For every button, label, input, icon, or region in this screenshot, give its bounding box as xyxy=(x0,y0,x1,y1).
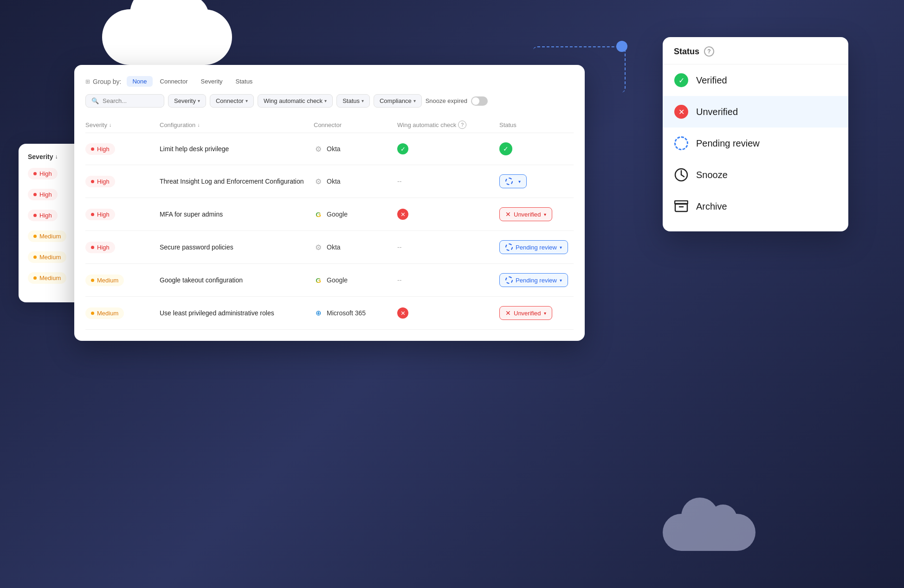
help-icon[interactable]: ? xyxy=(704,46,714,57)
wing-check-filter-button[interactable]: Wing automatic check ▾ xyxy=(258,94,333,108)
status-unverified-pill[interactable]: ✕ Unverified ▾ xyxy=(499,207,552,221)
group-by-label: ⊞ Group by: xyxy=(85,78,121,85)
group-option-connector[interactable]: Connector xyxy=(155,76,194,87)
severity-label: High xyxy=(97,211,110,218)
configuration-cell: Google takeout configuration xyxy=(160,276,314,284)
severity-label: Medium xyxy=(97,310,118,317)
group-by-text: Group by: xyxy=(93,78,121,85)
connector-name: Microsoft 365 xyxy=(327,309,366,317)
severity-badge-high-1: High xyxy=(28,168,58,179)
severity-cell: High xyxy=(85,209,160,220)
severity-label: Medium xyxy=(39,233,61,240)
severity-dot xyxy=(91,312,94,315)
group-by-bar: ⊞ Group by: None Connector Severity Stat… xyxy=(85,76,574,87)
configuration-cell: Secure password policies xyxy=(160,243,314,251)
severity-badge-medium-1: Medium xyxy=(28,230,66,242)
filter-bar: 🔍 Severity ▾ Connector ▾ Wing automatic … xyxy=(85,94,574,108)
table-body: High Limit help desk privilege ⚙ Okta ✓✓… xyxy=(85,133,574,330)
connector-name: Okta xyxy=(327,178,341,185)
connector-name: Google xyxy=(327,276,348,284)
severity-badge: Medium xyxy=(85,307,124,319)
sort-icon: ↓ xyxy=(109,122,112,128)
search-icon: 🔍 xyxy=(91,97,99,104)
snooze-expired-label: Snooze expired xyxy=(426,97,467,104)
configuration-cell: MFA for super admins xyxy=(160,210,314,218)
group-option-severity[interactable]: Severity xyxy=(195,76,228,87)
chevron-down-icon: ▾ xyxy=(560,278,562,283)
severity-cell: Medium xyxy=(85,275,160,286)
severity-dot xyxy=(33,214,37,217)
compliance-filter-label: Compliance xyxy=(380,97,412,104)
wing-check-cell: ✕ xyxy=(397,209,499,220)
popup-item-snooze[interactable]: Snooze xyxy=(663,159,848,191)
status-pending-pill[interactable]: Pending review ▾ xyxy=(499,273,568,287)
status-unverified-pill[interactable]: ✕ Unverified ▾ xyxy=(499,306,552,320)
wing-check-failed-icon: ✕ xyxy=(397,307,408,319)
verified-check-icon: ✓ xyxy=(674,73,688,87)
popup-item-label: Pending review xyxy=(696,138,760,149)
status-cell: ✕ Unverified ▾ xyxy=(499,306,574,320)
wing-check-cell: -- xyxy=(397,276,499,284)
severity-dot xyxy=(33,276,37,280)
status-cell: Pending review ▾ xyxy=(499,273,574,287)
snooze-icon xyxy=(674,167,689,182)
severity-label: Medium xyxy=(39,254,61,261)
chevron-down-icon: ▾ xyxy=(544,311,546,316)
header-configuration: Configuration ↓ xyxy=(160,121,314,129)
okta-icon: ⚙ xyxy=(314,243,323,252)
chevron-down-icon: ▾ xyxy=(362,98,364,103)
configuration-name: Google takeout configuration xyxy=(160,276,243,284)
connector-cell: ⊕ Microsoft 365 xyxy=(314,308,397,318)
verified-icon: ✓ xyxy=(674,73,689,88)
severity-cell: Medium xyxy=(85,307,160,319)
severity-dot xyxy=(33,193,37,196)
severity-badge-medium-3: Medium xyxy=(28,272,66,284)
wing-check-dash: -- xyxy=(397,276,401,284)
unverified-x-icon: ✕ xyxy=(674,105,688,119)
compliance-filter-button[interactable]: Compliance ▾ xyxy=(374,94,422,108)
popup-item-verified[interactable]: ✓Verified xyxy=(663,64,848,96)
popup-header: Status ? xyxy=(663,46,848,64)
severity-badge: High xyxy=(85,176,115,187)
group-option-status[interactable]: Status xyxy=(230,76,258,87)
status-verified-icon: ✓ xyxy=(499,142,512,155)
severity-panel-title: Severity xyxy=(28,153,53,160)
severity-label: High xyxy=(97,244,110,251)
popup-item-pending[interactable]: Pending review xyxy=(663,128,848,159)
cloud-decoration-main xyxy=(102,9,232,65)
popup-item-unverified[interactable]: ✕Unverified xyxy=(663,96,848,128)
wing-check-cell: -- xyxy=(397,177,499,185)
configuration-header-label: Configuration xyxy=(160,121,195,128)
snooze-clock-icon xyxy=(674,168,688,182)
wing-check-cell: ✕ xyxy=(397,307,499,319)
status-pending-pill[interactable]: Pending review ▾ xyxy=(499,240,568,254)
severity-label: High xyxy=(39,212,52,219)
okta-icon: ⚙ xyxy=(314,144,323,153)
severity-dot xyxy=(91,213,94,216)
chevron-down-icon: ▾ xyxy=(245,98,248,103)
header-severity: Severity ↓ xyxy=(85,121,160,129)
pending-icon xyxy=(505,276,513,284)
search-box[interactable]: 🔍 xyxy=(85,94,164,108)
dashed-connector-dot xyxy=(616,41,627,52)
status-filter-button[interactable]: Status ▾ xyxy=(336,94,370,108)
snooze-expired-toggle[interactable] xyxy=(471,96,488,106)
popup-item-archive[interactable]: Archive xyxy=(663,191,848,222)
configuration-cell: Use least privileged administrative role… xyxy=(160,309,314,317)
configuration-name: Secure password policies xyxy=(160,243,233,251)
connector-filter-button[interactable]: Connector ▾ xyxy=(210,94,254,108)
status-cell: Pending review ▾ xyxy=(499,240,574,254)
search-input[interactable] xyxy=(103,97,158,104)
status-pending-pill[interactable]: ▾ xyxy=(499,174,527,188)
status-filter-label: Status xyxy=(342,97,360,104)
status-popup: Status ? ✓Verified✕UnverifiedPending rev… xyxy=(663,37,848,231)
severity-badge: High xyxy=(85,143,115,155)
severity-filter-button[interactable]: Severity ▾ xyxy=(168,94,206,108)
archive-icon xyxy=(674,199,689,214)
status-cell: ✕ Unverified ▾ xyxy=(499,207,574,221)
configuration-name: Use least privileged administrative role… xyxy=(160,309,274,317)
group-option-none[interactable]: None xyxy=(127,76,152,87)
severity-label: Medium xyxy=(97,277,118,284)
severity-badge-high-3: High xyxy=(28,210,58,221)
info-icon: ? xyxy=(458,121,466,129)
